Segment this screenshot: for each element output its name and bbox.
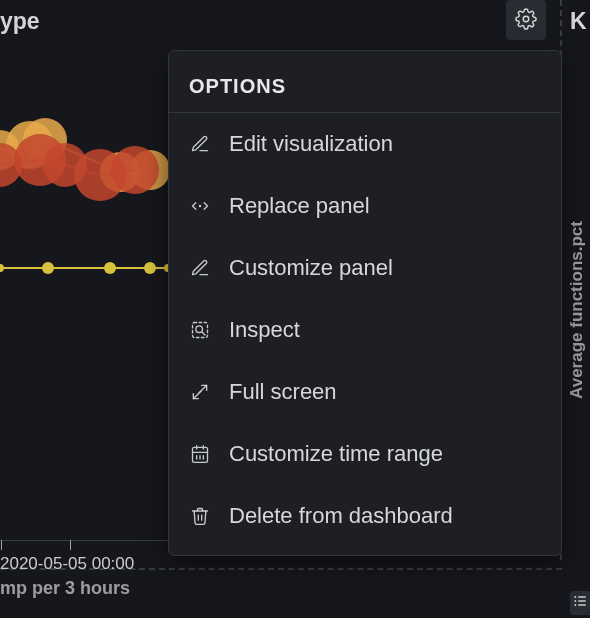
neighbor-panel-title: K bbox=[570, 8, 590, 35]
fullscreen-icon bbox=[189, 381, 211, 403]
menu-item-customize-time-range[interactable]: Customize time range bbox=[169, 423, 561, 485]
x-axis-tick bbox=[1, 540, 2, 550]
list-icon bbox=[572, 593, 588, 613]
menu-item-replace-panel[interactable]: Replace panel bbox=[169, 175, 561, 237]
svg-point-29 bbox=[574, 600, 576, 602]
menu-item-label: Customize panel bbox=[229, 255, 393, 281]
legend-toggle-button[interactable] bbox=[570, 591, 590, 615]
menu-item-label: Delete from dashboard bbox=[229, 503, 453, 529]
menu-item-label: Replace panel bbox=[229, 193, 370, 219]
trash-icon bbox=[189, 505, 211, 527]
calendar-icon bbox=[189, 443, 211, 465]
menu-item-inspect[interactable]: Inspect bbox=[169, 299, 561, 361]
svg-point-12 bbox=[42, 262, 54, 274]
x-axis-title: mp per 3 hours bbox=[0, 578, 130, 599]
svg-point-11 bbox=[0, 264, 4, 272]
x-axis-tick bbox=[70, 540, 71, 550]
svg-point-27 bbox=[574, 596, 576, 598]
menu-item-label: Inspect bbox=[229, 317, 300, 343]
x-axis-tick-label: 2020-05-05 00:00 bbox=[0, 554, 134, 574]
svg-point-10 bbox=[111, 146, 159, 194]
menu-header: OPTIONS bbox=[169, 59, 561, 113]
panel-options-button[interactable] bbox=[506, 0, 546, 40]
gear-icon bbox=[515, 8, 537, 33]
panel-options-menu: OPTIONS Edit visualization Replace panel… bbox=[168, 50, 562, 556]
svg-point-0 bbox=[523, 16, 529, 22]
svg-point-31 bbox=[574, 604, 576, 606]
svg-point-13 bbox=[104, 262, 116, 274]
menu-item-delete-from-dashboard[interactable]: Delete from dashboard bbox=[169, 485, 561, 547]
svg-rect-20 bbox=[193, 447, 208, 462]
menu-item-label: Customize time range bbox=[229, 441, 443, 467]
menu-item-customize-panel[interactable]: Customize panel bbox=[169, 237, 561, 299]
svg-point-16 bbox=[199, 205, 202, 208]
pencil-icon bbox=[189, 257, 211, 279]
menu-item-label: Full screen bbox=[229, 379, 337, 405]
svg-line-19 bbox=[202, 332, 205, 335]
menu-item-full-screen[interactable]: Full screen bbox=[169, 361, 561, 423]
menu-item-edit-visualization[interactable]: Edit visualization bbox=[169, 113, 561, 175]
x-axis-line bbox=[0, 540, 170, 541]
y-axis-label: Average functions.pct bbox=[567, 221, 587, 399]
pencil-icon bbox=[189, 133, 211, 155]
menu-item-label: Edit visualization bbox=[229, 131, 393, 157]
inspect-icon bbox=[189, 319, 211, 341]
panel-title: ype bbox=[0, 8, 40, 35]
replace-icon bbox=[189, 195, 211, 217]
svg-point-14 bbox=[144, 262, 156, 274]
